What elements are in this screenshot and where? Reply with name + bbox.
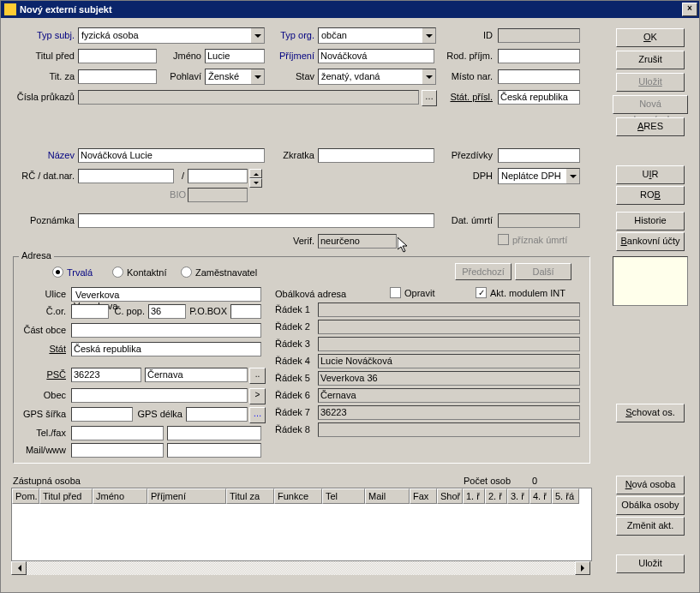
r5-field: Veverkova 36 [318,371,580,386]
psc-obec-field[interactable]: Černava [145,368,248,382]
ok-button[interactable]: OK [616,28,685,47]
cor-field[interactable] [71,304,109,319]
pohlavi-select[interactable]: Ženské [205,69,265,85]
mail2-field[interactable] [167,443,261,458]
titza-field[interactable] [78,69,157,84]
nazev-field[interactable]: Nováčková Lucie [78,148,265,163]
r1-field [318,302,580,317]
typsubj-select[interactable]: fyzická osoba [78,27,265,44]
zkratka-field[interactable] [318,148,434,163]
trvala-radio[interactable]: Trvalá [52,267,93,278]
zamestnavatel-radio[interactable]: Zaměstnavatel [181,267,257,278]
cisla-browse-button[interactable]: … [422,90,437,106]
label-typsubj: Typ subj. [27,30,75,40]
prijmeni-field[interactable]: Nováčková [318,49,434,63]
poznamka-field[interactable] [78,213,434,228]
cancel-button[interactable]: Zrušit [616,51,685,69]
stat-field[interactable]: Česká republika [71,342,261,356]
rc2-field[interactable] [188,169,248,183]
cpop-field[interactable]: 36 [148,304,186,319]
col-r2[interactable]: 2. ř [485,488,507,504]
aktmodul-checkbox[interactable]: ✓Akt. modulem INT [476,287,565,298]
label-r1: Řádek 1 [275,304,313,314]
obec-field[interactable] [71,388,248,403]
change-button[interactable]: Změnit akt. [616,517,685,536]
envelope-person-button[interactable]: Obálka osoby [616,496,685,515]
tel2-field[interactable] [167,426,261,440]
label-id: ID [470,30,493,40]
label-obec: Obec [32,390,66,400]
rc-spinner[interactable] [249,169,262,188]
obec-browse-button[interactable]: > [249,388,266,404]
history-button[interactable]: Historie [616,212,685,231]
col-r1[interactable]: 1. ř [463,488,485,504]
psc-browse-button[interactable]: .. [249,368,266,384]
col-tel[interactable]: Tel [322,488,365,504]
col-shod[interactable]: Shoř [437,488,463,504]
gps-browse-button[interactable]: … [249,407,266,423]
col-mail[interactable]: Mail [365,488,410,504]
prev-button[interactable]: Předchozí [455,263,512,280]
ulice-field[interactable]: Veverkova [71,287,261,302]
label-statprisl[interactable]: Stát. přísl. [443,92,493,102]
col-r3[interactable]: 3. ř [507,488,529,504]
prezdivky-field[interactable] [498,148,580,163]
chevron-down-icon[interactable] [250,28,264,43]
typorg-select[interactable]: občan [318,27,436,44]
mistonar-field[interactable] [498,69,580,84]
save2-button[interactable]: Uložit [616,554,685,573]
col-r5[interactable]: 5. řá [552,488,579,504]
new-person-button[interactable]: Nová osoba [616,476,685,494]
save-button[interactable]: Uložit [616,73,685,92]
col-jmeno[interactable]: Jméno [93,488,147,504]
chevron-down-icon[interactable] [250,69,264,84]
col-fax[interactable]: Fax [410,488,437,504]
bio-field [188,188,248,202]
table-scrollbar[interactable] [11,561,590,575]
persons-table[interactable]: Pom. Titul před Jméno Příjmení Titul za … [11,488,592,561]
next-button[interactable]: Další [515,263,571,280]
jmeno-field[interactable]: Lucie [205,49,265,63]
rodprijm-field[interactable] [498,49,580,63]
dph-select[interactable]: Neplátce DPH [498,168,580,184]
statprisl-field[interactable]: Česká republika [498,90,580,105]
photo-preview [613,256,688,306]
label-rodprijm: Rod. příjm. [441,51,493,61]
gpssirka-field[interactable] [71,407,133,422]
opravit-checkbox[interactable]: Opravit [390,287,434,298]
label-psc[interactable]: PSČ [32,369,66,380]
window-title: Nový externí subjekt [20,4,112,15]
gpsdelka-field[interactable] [186,407,248,422]
label-ulice: Ulice [32,289,66,299]
close-button[interactable]: × [682,3,697,16]
rc-field[interactable] [78,169,174,183]
hide-button[interactable]: Schovat os. [616,404,685,422]
scroll-left-icon[interactable] [11,561,27,575]
mail1-field[interactable] [71,443,164,458]
bank-button[interactable]: Bankovní účty [616,232,685,251]
chevron-down-icon[interactable] [422,28,435,43]
castobce-field[interactable] [71,323,261,338]
scroll-right-icon[interactable] [575,561,590,575]
stav-select[interactable]: ženatý, vdaná [318,69,436,85]
col-prijmeni[interactable]: Příjmení [147,488,226,504]
label-slash: / [177,171,184,181]
uir-button[interactable]: UIR [616,165,685,184]
col-funkce[interactable]: Funkce [274,488,322,504]
col-r4[interactable]: 4. ř [529,488,552,504]
col-titulza[interactable]: Titul za [226,488,274,504]
psc-field[interactable]: 36223 [71,368,141,382]
new-address-button[interactable]: Nová adresa/pob. [613,95,688,114]
ares-button[interactable]: ARES [616,117,685,136]
kontaktni-radio[interactable]: Kontaktní [112,267,166,278]
label-stat[interactable]: Stát [32,344,66,354]
label-stav: Stav [289,71,314,81]
chevron-down-icon[interactable] [565,169,579,183]
chevron-down-icon[interactable] [422,69,435,84]
col-pom[interactable]: Pom. [12,488,39,504]
col-titulpred[interactable]: Titul před [39,488,93,504]
pobox-field[interactable] [230,304,261,319]
tel1-field[interactable] [71,426,164,440]
titulpred-field[interactable] [78,49,157,63]
rob-button[interactable]: ROB [616,186,685,205]
